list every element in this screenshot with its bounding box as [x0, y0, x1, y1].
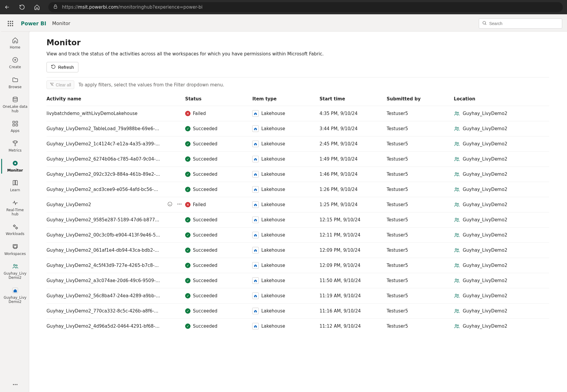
- rail-item-guyhay-livy-demo2[interactable]: Guyhay_Livy Demo2: [1, 284, 29, 308]
- rail-more-icon[interactable]: [1, 377, 29, 392]
- search-input[interactable]: [479, 18, 562, 29]
- start-time: 12:09 PM, 9/10/24: [320, 258, 387, 273]
- start-time: 11:50 AM, 9/10/24: [320, 273, 387, 288]
- lakehouse-icon: [252, 201, 259, 208]
- app-launcher-icon[interactable]: [6, 19, 15, 28]
- rail-item-home[interactable]: Home: [1, 33, 29, 53]
- table-row[interactable]: Guyhay_LivyDemo2 ✕ Failed Lakehouse 1:25…: [47, 197, 549, 212]
- rail-item-monitor[interactable]: Monitor: [1, 156, 29, 176]
- status-label: Succeeded: [193, 293, 217, 298]
- table-row[interactable]: Guyhay_LivyDemo2_4d96a5d2-0464-4291-bf68…: [47, 319, 549, 334]
- browser-toolbar: https://msit.powerbi.com/monitoringhub?e…: [0, 0, 567, 14]
- lakehouse-icon: [12, 287, 18, 294]
- col-start-time[interactable]: Start time: [320, 92, 387, 106]
- workspace-icon: [454, 156, 460, 162]
- item-type-label: Lakehouse: [261, 156, 285, 162]
- svg-rect-35: [255, 190, 256, 191]
- table-row[interactable]: Guyhay_LivyDemo2_TableLoad_79a988be-69e6…: [47, 121, 549, 136]
- table-row[interactable]: Guyhay_LivyDemo2_4c5f43d9-727e-4265-b7c8…: [47, 258, 549, 273]
- item-type-label: Lakehouse: [261, 308, 285, 314]
- status-label: Succeeded: [193, 232, 217, 238]
- table-row[interactable]: Guyhay_LivyDemo2_092c32c9-884a-461b-89e2…: [47, 167, 549, 182]
- refresh-icon[interactable]: [19, 4, 25, 10]
- table-row[interactable]: Guyhay_LivyDemo2_00c3c0fb-e904-413f-9e46…: [47, 228, 549, 243]
- address-bar[interactable]: https://msit.powerbi.com/monitoringhub?e…: [48, 2, 563, 12]
- status-label: Succeeded: [193, 308, 217, 314]
- page-title: Monitor: [47, 38, 549, 47]
- success-icon: ✓: [185, 141, 190, 147]
- lock-icon: [53, 4, 58, 10]
- back-icon[interactable]: [4, 4, 10, 10]
- submitted-by: Testuser5: [387, 167, 454, 182]
- status-label: Succeeded: [193, 172, 217, 177]
- svg-point-15: [16, 265, 17, 266]
- rail-item-learn[interactable]: Learn: [1, 176, 29, 196]
- workspace-icon: [454, 232, 460, 238]
- rail-item-guyhay-livy-demo2[interactable]: Guyhay_Livy Demo2: [1, 259, 29, 284]
- col-status[interactable]: Status: [185, 92, 252, 106]
- workspace-icon: [454, 111, 460, 116]
- table-row[interactable]: livybatchdemo_withLivyDemoLakehouse ✕ Fa…: [47, 106, 549, 121]
- lakehouse-icon: [252, 277, 259, 284]
- refresh-button[interactable]: Refresh: [47, 62, 78, 72]
- rail-item-workloads[interactable]: Workloads: [1, 220, 29, 239]
- col-activity-name[interactable]: Activity name: [47, 92, 185, 106]
- workspace-icon: [454, 247, 460, 253]
- table-row[interactable]: Guyhay_LivyDemo2_061af1e4-db94-43ca-bdb2…: [47, 243, 549, 258]
- brand-label[interactable]: Power BI: [21, 21, 46, 27]
- svg-rect-26: [255, 144, 256, 145]
- rail-item-create[interactable]: Create: [1, 53, 29, 73]
- svg-point-61: [455, 294, 457, 295]
- lakehouse-icon: [252, 323, 259, 329]
- col-item-type[interactable]: Item type: [252, 92, 319, 106]
- col-submitted-by[interactable]: Submitted by: [387, 92, 454, 106]
- start-time: 3:44 PM, 9/10/24: [320, 121, 387, 136]
- svg-point-53: [457, 249, 458, 250]
- activity-name: Guyhay_LivyDemo2_a3c074ae-20d6-49c6-9509…: [47, 278, 182, 283]
- activity-name: Guyhay_LivyDemo2: [47, 202, 165, 207]
- col-location[interactable]: Location: [454, 92, 549, 106]
- table-row[interactable]: Guyhay_LivyDemo2_acd3cee9-e056-4afd-bc56…: [47, 182, 549, 197]
- workspace-icon: [454, 323, 460, 329]
- status-label: Succeeded: [193, 217, 217, 223]
- table-row[interactable]: Guyhay_LivyDemo2_6274b06a-c785-4a07-9c04…: [47, 152, 549, 167]
- clear-all-button: Clear all: [47, 80, 74, 89]
- svg-point-59: [457, 279, 458, 280]
- more-icon[interactable]: [177, 201, 182, 208]
- start-time: 4:35 PM, 9/10/24: [320, 106, 387, 121]
- lakehouse-icon: [252, 308, 259, 314]
- submitted-by: Testuser5: [387, 228, 454, 243]
- info-icon[interactable]: [167, 201, 173, 208]
- workspace-icon: [454, 186, 460, 192]
- table-row[interactable]: Guyhay_LivyDemo2_770ca332-8c5c-426b-a8f6…: [47, 304, 549, 319]
- table-row[interactable]: Guyhay_LivyDemo2_9585e287-5189-47d6-b877…: [47, 212, 549, 228]
- rail-item-onelake-data-hub[interactable]: OneLake data hub: [1, 93, 29, 117]
- location-label: Guyhay_LivyDemo2: [463, 308, 507, 314]
- success-icon: ✓: [185, 248, 190, 253]
- svg-point-47: [457, 218, 458, 220]
- svg-point-62: [457, 294, 458, 295]
- ws-people-icon: [12, 262, 18, 270]
- table-row[interactable]: Guyhay_LivyDemo2_56c8ba47-24ea-4289-a9bb…: [47, 288, 549, 304]
- workspace-icon: [454, 171, 460, 177]
- home-icon[interactable]: [34, 4, 40, 10]
- svg-rect-32: [255, 175, 256, 176]
- success-icon: ✓: [185, 187, 190, 192]
- start-time: 1:49 PM, 9/10/24: [320, 152, 387, 167]
- activity-name: Guyhay_LivyDemo2_TableLoad_79a988be-69e6…: [47, 126, 182, 131]
- rail-item-apps[interactable]: Apps: [1, 117, 29, 136]
- svg-point-27: [455, 142, 457, 144]
- rail-item-metrics[interactable]: Metrics: [1, 136, 29, 156]
- rail-item-workspaces[interactable]: Workspaces: [1, 240, 29, 259]
- rail-item-label: Guyhay_Livy Demo2: [2, 271, 28, 280]
- rail-item-label: Workspaces: [4, 252, 26, 256]
- rail-item-label: OneLake data hub: [2, 105, 28, 113]
- table-row[interactable]: Guyhay_LivyDemo2_a3c074ae-20d6-49c6-9509…: [47, 273, 549, 288]
- submitted-by: Testuser5: [387, 273, 454, 288]
- table-row[interactable]: Guyhay_LivyDemo2_1c4124c7-e12a-4a35-a399…: [47, 136, 549, 152]
- rail-item-browse[interactable]: Browse: [1, 73, 29, 93]
- rail-item-real-time-hub[interactable]: Real-Time hub: [1, 196, 29, 220]
- rail-item-label: Monitor: [7, 168, 23, 172]
- start-time: 12:09 PM, 9/10/24: [320, 243, 387, 258]
- activity-name: Guyhay_LivyDemo2_4d96a5d2-0464-4291-bf68…: [47, 323, 182, 329]
